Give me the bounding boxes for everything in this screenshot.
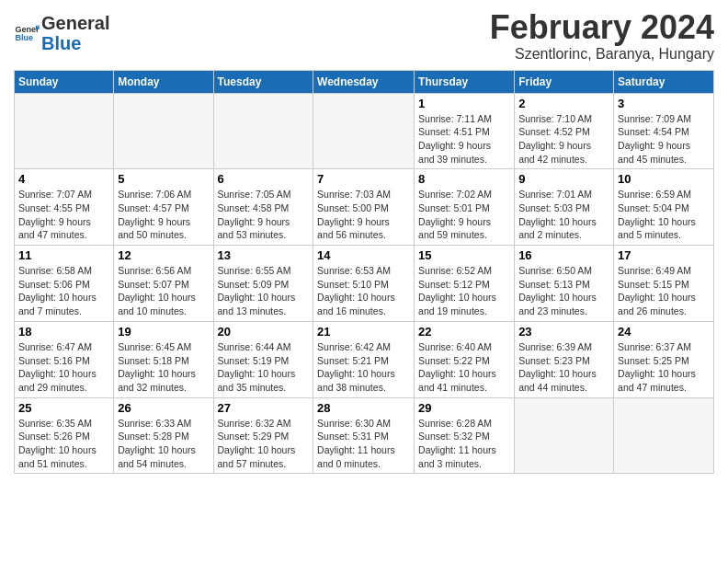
- calendar-day-cell: 28Sunrise: 6:30 AM Sunset: 5:31 PM Dayli…: [313, 397, 415, 474]
- day-number: 23: [518, 325, 609, 339]
- logo: General Blue General Blue: [14, 13, 109, 53]
- calendar-day-cell: 15Sunrise: 6:52 AM Sunset: 5:12 PM Dayli…: [415, 246, 515, 322]
- day-number: 10: [618, 172, 710, 186]
- day-number: 4: [18, 172, 109, 186]
- calendar-week-row: 11Sunrise: 6:58 AM Sunset: 5:06 PM Dayli…: [15, 246, 714, 322]
- logo-blue: Blue: [41, 33, 81, 53]
- calendar-day-cell: 16Sunrise: 6:50 AM Sunset: 5:13 PM Dayli…: [515, 246, 614, 322]
- calendar-day-cell: 3Sunrise: 7:09 AM Sunset: 4:54 PM Daylig…: [614, 93, 714, 169]
- calendar-day-cell: 2Sunrise: 7:10 AM Sunset: 4:52 PM Daylig…: [515, 93, 614, 169]
- day-of-week-header: Sunday: [15, 70, 114, 93]
- day-number: 17: [618, 248, 710, 262]
- day-number: 3: [618, 97, 710, 110]
- day-info: Sunrise: 7:11 AM Sunset: 4:51 PM Dayligh…: [418, 112, 510, 167]
- day-number: 5: [118, 172, 209, 186]
- day-number: 2: [518, 97, 609, 110]
- day-info: Sunrise: 7:01 AM Sunset: 5:03 PM Dayligh…: [518, 188, 609, 242]
- calendar-day-cell: 29Sunrise: 6:28 AM Sunset: 5:32 PM Dayli…: [415, 397, 515, 474]
- day-info: Sunrise: 6:33 AM Sunset: 5:28 PM Dayligh…: [118, 417, 209, 471]
- day-info: Sunrise: 6:47 AM Sunset: 5:16 PM Dayligh…: [18, 340, 109, 395]
- calendar-day-cell: 5Sunrise: 7:06 AM Sunset: 4:57 PM Daylig…: [114, 169, 213, 246]
- day-info: Sunrise: 6:56 AM Sunset: 5:07 PM Dayligh…: [118, 264, 209, 318]
- day-info: Sunrise: 7:09 AM Sunset: 4:54 PM Dayligh…: [618, 112, 710, 167]
- day-number: 28: [317, 401, 410, 415]
- day-number: 14: [317, 248, 410, 262]
- location-title: Szentlorinc, Baranya, Hungary: [490, 46, 714, 63]
- day-number: 21: [317, 325, 410, 339]
- day-info: Sunrise: 7:06 AM Sunset: 4:57 PM Dayligh…: [118, 188, 209, 242]
- calendar-day-cell: 25Sunrise: 6:35 AM Sunset: 5:26 PM Dayli…: [15, 397, 114, 474]
- calendar-week-row: 4Sunrise: 7:07 AM Sunset: 4:55 PM Daylig…: [15, 169, 714, 246]
- day-number: 22: [418, 325, 510, 339]
- calendar-header-row: SundayMondayTuesdayWednesdayThursdayFrid…: [15, 70, 714, 93]
- calendar-day-cell: [515, 397, 614, 474]
- calendar-day-cell: 17Sunrise: 6:49 AM Sunset: 5:15 PM Dayli…: [614, 246, 714, 322]
- day-info: Sunrise: 7:07 AM Sunset: 4:55 PM Dayligh…: [18, 188, 109, 242]
- day-number: 29: [418, 401, 510, 415]
- logo-text: General Blue: [41, 13, 109, 53]
- day-info: Sunrise: 6:40 AM Sunset: 5:22 PM Dayligh…: [418, 340, 510, 395]
- day-info: Sunrise: 6:52 AM Sunset: 5:12 PM Dayligh…: [418, 264, 510, 318]
- day-of-week-header: Thursday: [415, 70, 515, 93]
- day-of-week-header: Saturday: [614, 70, 714, 93]
- calendar-week-row: 25Sunrise: 6:35 AM Sunset: 5:26 PM Dayli…: [15, 397, 714, 474]
- day-info: Sunrise: 6:45 AM Sunset: 5:18 PM Dayligh…: [118, 340, 209, 395]
- day-number: 27: [218, 401, 310, 415]
- calendar-day-cell: 21Sunrise: 6:42 AM Sunset: 5:21 PM Dayli…: [313, 321, 415, 397]
- day-info: Sunrise: 6:58 AM Sunset: 5:06 PM Dayligh…: [18, 264, 109, 318]
- day-info: Sunrise: 7:02 AM Sunset: 5:01 PM Dayligh…: [418, 188, 510, 242]
- calendar-day-cell: 23Sunrise: 6:39 AM Sunset: 5:23 PM Dayli…: [515, 321, 614, 397]
- day-info: Sunrise: 6:55 AM Sunset: 5:09 PM Dayligh…: [218, 264, 310, 318]
- day-of-week-header: Monday: [114, 70, 213, 93]
- day-of-week-header: Wednesday: [313, 70, 415, 93]
- logo-general: General: [41, 13, 109, 33]
- calendar-day-cell: 10Sunrise: 6:59 AM Sunset: 5:04 PM Dayli…: [614, 169, 714, 246]
- calendar-table: SundayMondayTuesdayWednesdayThursdayFrid…: [14, 70, 714, 475]
- day-info: Sunrise: 6:53 AM Sunset: 5:10 PM Dayligh…: [317, 264, 410, 318]
- calendar-day-cell: 7Sunrise: 7:03 AM Sunset: 5:00 PM Daylig…: [313, 169, 415, 246]
- day-number: 26: [118, 401, 209, 415]
- day-number: 20: [218, 325, 310, 339]
- calendar-day-cell: 27Sunrise: 6:32 AM Sunset: 5:29 PM Dayli…: [213, 397, 313, 474]
- calendar-day-cell: [114, 93, 213, 169]
- calendar-day-cell: 11Sunrise: 6:58 AM Sunset: 5:06 PM Dayli…: [15, 246, 114, 322]
- title-area: February 2024 Szentlorinc, Baranya, Hung…: [490, 9, 714, 63]
- day-info: Sunrise: 6:49 AM Sunset: 5:15 PM Dayligh…: [618, 264, 710, 318]
- month-title: February 2024: [490, 9, 714, 46]
- day-number: 11: [18, 248, 109, 262]
- calendar-day-cell: 9Sunrise: 7:01 AM Sunset: 5:03 PM Daylig…: [515, 169, 614, 246]
- day-number: 12: [118, 248, 209, 262]
- calendar-day-cell: 8Sunrise: 7:02 AM Sunset: 5:01 PM Daylig…: [415, 169, 515, 246]
- day-info: Sunrise: 7:10 AM Sunset: 4:52 PM Dayligh…: [518, 112, 609, 167]
- calendar-day-cell: 1Sunrise: 7:11 AM Sunset: 4:51 PM Daylig…: [415, 93, 515, 169]
- day-info: Sunrise: 6:35 AM Sunset: 5:26 PM Dayligh…: [18, 417, 109, 471]
- calendar-week-row: 18Sunrise: 6:47 AM Sunset: 5:16 PM Dayli…: [15, 321, 714, 397]
- day-info: Sunrise: 6:28 AM Sunset: 5:32 PM Dayligh…: [418, 417, 510, 471]
- calendar-day-cell: 14Sunrise: 6:53 AM Sunset: 5:10 PM Dayli…: [313, 246, 415, 322]
- calendar-day-cell: 24Sunrise: 6:37 AM Sunset: 5:25 PM Dayli…: [614, 321, 714, 397]
- calendar-day-cell: 19Sunrise: 6:45 AM Sunset: 5:18 PM Dayli…: [114, 321, 213, 397]
- calendar-day-cell: 26Sunrise: 6:33 AM Sunset: 5:28 PM Dayli…: [114, 397, 213, 474]
- calendar-day-cell: 18Sunrise: 6:47 AM Sunset: 5:16 PM Dayli…: [15, 321, 114, 397]
- day-number: 24: [618, 325, 710, 339]
- header: General Blue General Blue February 2024 …: [14, 9, 714, 63]
- day-info: Sunrise: 6:32 AM Sunset: 5:29 PM Dayligh…: [218, 417, 310, 471]
- calendar-day-cell: [213, 93, 313, 169]
- calendar-day-cell: [313, 93, 415, 169]
- day-number: 18: [18, 325, 109, 339]
- calendar-day-cell: [614, 397, 714, 474]
- day-number: 6: [218, 172, 310, 186]
- day-number: 16: [518, 248, 609, 262]
- day-info: Sunrise: 6:39 AM Sunset: 5:23 PM Dayligh…: [518, 340, 609, 395]
- day-number: 13: [218, 248, 310, 262]
- day-number: 8: [418, 172, 510, 186]
- day-info: Sunrise: 6:30 AM Sunset: 5:31 PM Dayligh…: [317, 417, 410, 471]
- calendar-day-cell: 20Sunrise: 6:44 AM Sunset: 5:19 PM Dayli…: [213, 321, 313, 397]
- calendar-day-cell: [15, 93, 114, 169]
- logo-icon: General Blue: [14, 20, 40, 46]
- svg-text:Blue: Blue: [15, 33, 33, 42]
- day-number: 7: [317, 172, 410, 186]
- calendar-day-cell: 12Sunrise: 6:56 AM Sunset: 5:07 PM Dayli…: [114, 246, 213, 322]
- day-of-week-header: Friday: [515, 70, 614, 93]
- day-of-week-header: Tuesday: [213, 70, 313, 93]
